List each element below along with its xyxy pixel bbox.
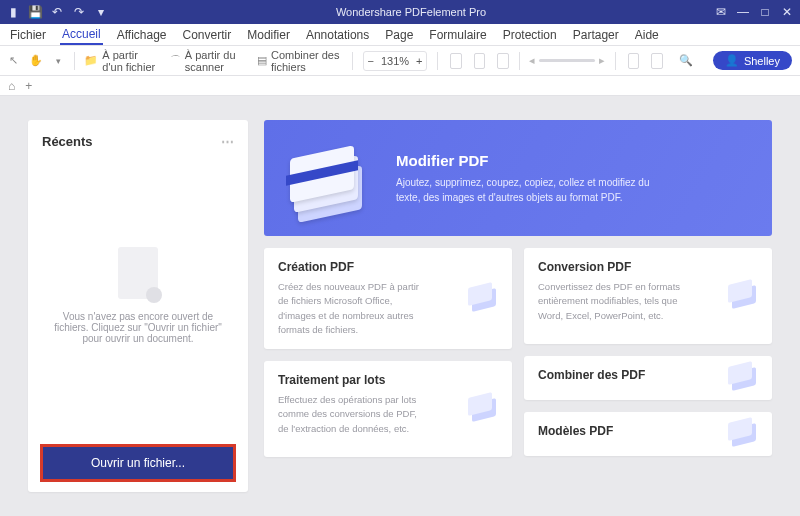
view-mode-icon[interactable] bbox=[628, 53, 639, 69]
card-templates-pdf[interactable]: Modèles PDF bbox=[524, 412, 772, 456]
slider-right-icon: ▸ bbox=[599, 54, 605, 67]
recents-empty-text: Vous n'avez pas encore ouvert de fichier… bbox=[50, 311, 226, 344]
open-file-button[interactable]: Ouvrir un fichier... bbox=[42, 446, 234, 480]
folder-icon: 📁 bbox=[84, 53, 98, 69]
hero-modify-pdf[interactable]: Modifier PDF Ajoutez, supprimez, coupez,… bbox=[264, 120, 772, 236]
card-title: Combiner des PDF bbox=[538, 368, 758, 382]
menu-page[interactable]: Page bbox=[383, 26, 415, 44]
zoom-out-button[interactable]: − bbox=[368, 55, 374, 67]
menu-bar: Fichier Accueil Affichage Convertir Modi… bbox=[0, 24, 800, 46]
card-illustration bbox=[726, 364, 762, 392]
recents-empty-state: Vous n'avez pas encore ouvert de fichier… bbox=[42, 155, 234, 436]
from-scanner-button[interactable]: ⌒ À partir du scanner bbox=[170, 49, 247, 73]
card-title: Modèles PDF bbox=[538, 424, 758, 438]
user-pill[interactable]: 👤 Shelley bbox=[713, 51, 792, 70]
card-title: Conversion PDF bbox=[538, 260, 758, 274]
user-icon: 👤 bbox=[725, 54, 739, 67]
menu-convertir[interactable]: Convertir bbox=[181, 26, 234, 44]
recents-panel: Récents ⋯ Vous n'avez pas encore ouvert … bbox=[28, 120, 248, 492]
menu-formulaire[interactable]: Formulaire bbox=[427, 26, 488, 44]
recents-menu-icon[interactable]: ⋯ bbox=[221, 134, 234, 149]
card-illustration bbox=[726, 420, 762, 448]
page-view-icon[interactable] bbox=[450, 53, 461, 69]
menu-fichier[interactable]: Fichier bbox=[8, 26, 48, 44]
separator bbox=[352, 52, 353, 70]
card-desc: Effectuez des opérations par lots comme … bbox=[278, 393, 428, 436]
zoom-slider[interactable]: ◂ ▸ bbox=[529, 54, 605, 67]
close-button[interactable]: ✕ bbox=[780, 6, 794, 18]
menu-aide[interactable]: Aide bbox=[633, 26, 661, 44]
card-illustration bbox=[466, 395, 502, 423]
separator bbox=[74, 52, 75, 70]
minimize-button[interactable]: — bbox=[736, 6, 750, 18]
toolbar: ↖ ✋ ▾ 📁 À partir d'un fichier ⌒ À partir… bbox=[0, 46, 800, 76]
file-placeholder-icon bbox=[118, 247, 158, 299]
slider-track[interactable] bbox=[539, 59, 595, 62]
maximize-button[interactable]: □ bbox=[758, 6, 772, 18]
combine-files-button[interactable]: ▤ Combiner des fichiers bbox=[256, 49, 342, 73]
tab-bar: ⌂ + bbox=[0, 76, 800, 96]
separator bbox=[615, 52, 616, 70]
card-convert-pdf[interactable]: Conversion PDF Convertissez des PDF en f… bbox=[524, 248, 772, 344]
home-tab-icon[interactable]: ⌂ bbox=[8, 79, 15, 93]
hero-illustration bbox=[282, 136, 382, 220]
zoom-value: 131% bbox=[378, 55, 412, 67]
from-scanner-label: À partir du scanner bbox=[185, 49, 247, 73]
card-illustration bbox=[466, 285, 502, 313]
undo-icon[interactable]: ↶ bbox=[50, 6, 64, 18]
redo-icon[interactable]: ↷ bbox=[72, 6, 86, 18]
menu-partager[interactable]: Partager bbox=[571, 26, 621, 44]
app-title: Wondershare PDFelement Pro bbox=[108, 6, 714, 18]
app-logo-icon: ▮ bbox=[6, 6, 20, 18]
from-file-button[interactable]: 📁 À partir d'un fichier bbox=[84, 49, 159, 73]
home-content: Récents ⋯ Vous n'avez pas encore ouvert … bbox=[0, 96, 800, 516]
card-create-pdf[interactable]: Création PDF Créez des nouveaux PDF à pa… bbox=[264, 248, 512, 349]
hero-title: Modifier PDF bbox=[396, 152, 656, 169]
zoom-in-button[interactable]: + bbox=[416, 55, 422, 67]
menu-protection[interactable]: Protection bbox=[501, 26, 559, 44]
recents-title: Récents bbox=[42, 134, 93, 149]
card-desc: Convertissez des PDF en formats entièrem… bbox=[538, 280, 688, 323]
from-file-label: À partir d'un fichier bbox=[102, 49, 159, 73]
zoom-control[interactable]: − 131% + bbox=[363, 51, 428, 71]
menu-affichage[interactable]: Affichage bbox=[115, 26, 169, 44]
slider-left-icon: ◂ bbox=[529, 54, 535, 67]
actions-area: Modifier PDF Ajoutez, supprimez, coupez,… bbox=[264, 120, 772, 492]
menu-accueil[interactable]: Accueil bbox=[60, 25, 103, 45]
notification-icon[interactable]: ✉ bbox=[714, 6, 728, 18]
separator bbox=[437, 52, 438, 70]
pointer-icon[interactable]: ↖ bbox=[8, 53, 19, 69]
hero-desc: Ajoutez, supprimez, coupez, copiez, coll… bbox=[396, 175, 656, 205]
card-desc: Créez des nouveaux PDF à partir de fichi… bbox=[278, 280, 428, 337]
page-view-icon[interactable] bbox=[474, 53, 485, 69]
card-illustration bbox=[726, 282, 762, 310]
hand-icon[interactable]: ✋ bbox=[29, 53, 43, 69]
page-view-icon[interactable] bbox=[497, 53, 508, 69]
view-mode-icon[interactable] bbox=[651, 53, 662, 69]
menu-annotations[interactable]: Annotations bbox=[304, 26, 371, 44]
combine-icon: ▤ bbox=[256, 53, 267, 69]
scanner-icon: ⌒ bbox=[170, 53, 181, 69]
save-icon[interactable]: 💾 bbox=[28, 6, 42, 18]
open-file-label: Ouvrir un fichier... bbox=[91, 456, 185, 470]
search-icon[interactable]: 🔍 bbox=[679, 53, 693, 69]
card-title: Traitement par lots bbox=[278, 373, 498, 387]
menu-modifier[interactable]: Modifier bbox=[245, 26, 292, 44]
card-batch[interactable]: Traitement par lots Effectuez des opérat… bbox=[264, 361, 512, 457]
card-combine-pdf[interactable]: Combiner des PDF bbox=[524, 356, 772, 400]
separator bbox=[519, 52, 520, 70]
chevron-down-icon[interactable]: ▾ bbox=[53, 53, 64, 69]
user-name: Shelley bbox=[744, 55, 780, 67]
title-bar: ▮ 💾 ↶ ↷ ▾ Wondershare PDFelement Pro ✉ —… bbox=[0, 0, 800, 24]
combine-files-label: Combiner des fichiers bbox=[271, 49, 342, 73]
new-tab-button[interactable]: + bbox=[25, 79, 32, 93]
card-title: Création PDF bbox=[278, 260, 498, 274]
dropdown-icon[interactable]: ▾ bbox=[94, 6, 108, 18]
cards-grid: Création PDF Créez des nouveaux PDF à pa… bbox=[264, 248, 772, 457]
